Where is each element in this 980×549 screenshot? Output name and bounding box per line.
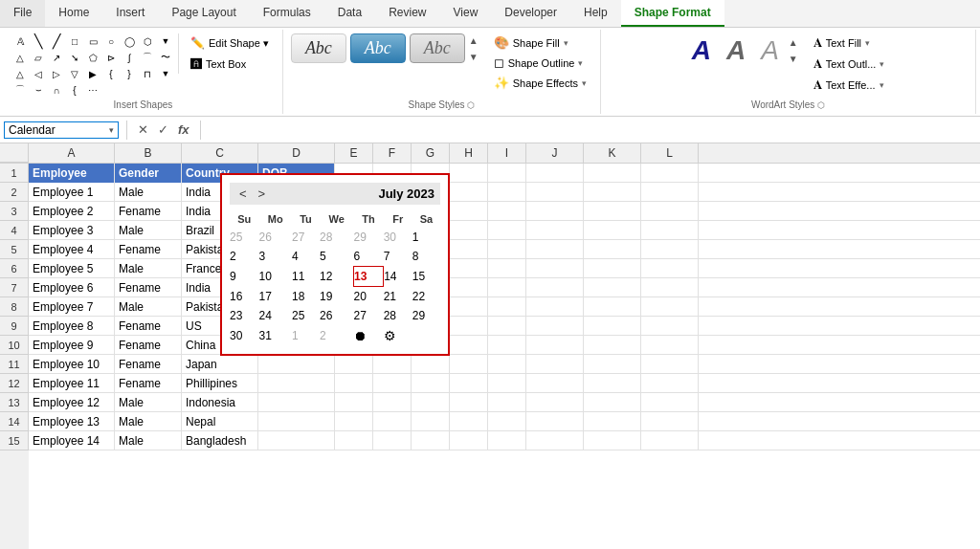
cell-r7col-j[interactable]: [526, 278, 584, 297]
cell-r11col-b[interactable]: Fename: [115, 355, 182, 374]
cell-r14col-e[interactable]: [335, 412, 373, 431]
cell-r6col-l[interactable]: [641, 259, 699, 278]
cell-r11col-d[interactable]: [258, 355, 335, 374]
cell-r15col-c[interactable]: Bangladesh: [182, 431, 258, 450]
row-num-14[interactable]: 14: [0, 412, 29, 431]
calendar-icon-gear[interactable]: ⚙: [384, 325, 412, 346]
cell-r8col-b[interactable]: Male: [115, 297, 182, 317]
calendar-day-29[interactable]: 29: [412, 306, 440, 325]
col-header-f[interactable]: F: [373, 143, 412, 163]
shape-style-btn-2[interactable]: Abc: [350, 33, 406, 63]
shape-fill-button[interactable]: 🎨 Shape Fill ▾: [488, 33, 592, 52]
calendar-day-13[interactable]: 13: [353, 267, 383, 287]
cell-r6col-i[interactable]: [488, 259, 526, 278]
shape-rect-icon[interactable]: □: [66, 33, 83, 49]
shape-pentagon-icon[interactable]: ⬠: [84, 50, 101, 65]
calendar-day-27[interactable]: 27: [353, 306, 383, 325]
cell-r11col-g[interactable]: [412, 355, 450, 374]
formula-cancel-btn[interactable]: ✕: [135, 122, 151, 137]
cell-r6col-j[interactable]: [526, 259, 584, 278]
cell-r8col-a[interactable]: Employee 7: [29, 297, 115, 317]
shape-curve-icon[interactable]: ∫: [121, 50, 138, 65]
cell-r15col-b[interactable]: Male: [115, 431, 182, 450]
cell-r15col-j[interactable]: [526, 431, 584, 450]
calendar-day-14[interactable]: 14: [384, 267, 412, 287]
cell-r9col-a[interactable]: Employee 8: [29, 317, 115, 336]
cell-r7col-l[interactable]: [641, 278, 699, 297]
col-header-k[interactable]: K: [584, 143, 641, 163]
shape-circle2-icon[interactable]: ◯: [121, 33, 138, 49]
cell-r15col-k[interactable]: [584, 431, 641, 450]
cell-r4col-k[interactable]: [584, 221, 641, 240]
shape-arrow-icon[interactable]: ↗: [48, 50, 65, 65]
tab-page-layout[interactable]: Page Layout: [158, 0, 249, 27]
row-num-1[interactable]: 1: [0, 164, 29, 183]
cell-r3col-a[interactable]: Employee 2: [29, 202, 115, 221]
cell-r2col-b[interactable]: Male: [115, 183, 182, 202]
calendar-day-15[interactable]: 15: [412, 267, 440, 287]
cell-r11col-j[interactable]: [526, 355, 584, 374]
calendar-day-5[interactable]: 5: [320, 247, 353, 267]
cell-r6col-b[interactable]: Male: [115, 259, 182, 278]
calendar-day-22[interactable]: 22: [412, 287, 440, 307]
cell-r8col-j[interactable]: [526, 297, 584, 317]
col-header-c[interactable]: C: [182, 143, 258, 163]
shape-r4c3-icon[interactable]: ∩: [48, 82, 65, 98]
row-num-15[interactable]: 15: [0, 431, 29, 450]
cell-r9col-h[interactable]: [450, 317, 488, 336]
calendar-day-4[interactable]: 4: [292, 247, 320, 267]
cell-r15col-f[interactable]: [373, 431, 412, 450]
calendar-day-6[interactable]: 6: [353, 247, 383, 267]
calendar-day-11[interactable]: 11: [292, 267, 320, 287]
col-header-l[interactable]: L: [641, 143, 699, 163]
row-num-6[interactable]: 6: [0, 259, 29, 278]
shape-arrow2-icon[interactable]: ➘: [66, 50, 83, 65]
cell-r8col-i[interactable]: [488, 297, 526, 317]
col-header-h[interactable]: H: [450, 143, 488, 163]
calendar-day-31[interactable]: 31: [259, 325, 293, 346]
cell-r12col-j[interactable]: [526, 374, 584, 393]
shape-effects-button[interactable]: ✨ Shape Effects ▾: [488, 74, 592, 92]
tab-data[interactable]: Data: [324, 0, 375, 27]
col-header-d[interactable]: D: [258, 143, 335, 163]
cell-r14col-b[interactable]: Male: [115, 412, 182, 431]
shape-freeform-icon[interactable]: ⌒: [139, 50, 156, 65]
cell-r15col-a[interactable]: Employee 14: [29, 431, 115, 450]
shape-shapes-icon[interactable]: ⬡: [139, 33, 156, 49]
cell-r4col-b[interactable]: Male: [115, 221, 182, 240]
tab-formulas[interactable]: Formulas: [250, 0, 324, 27]
shape-r3c5-icon[interactable]: ▶: [84, 66, 101, 81]
cell-r15col-g[interactable]: [412, 431, 450, 450]
cell-r11col-a[interactable]: Employee 10: [29, 355, 115, 374]
cell-r9col-k[interactable]: [584, 317, 641, 336]
cell-r11col-f[interactable]: [373, 355, 412, 374]
col-header-e[interactable]: E: [335, 143, 373, 163]
calendar-day-12[interactable]: 12: [320, 267, 353, 287]
cell-r3col-j[interactable]: [526, 202, 584, 221]
shape-line2-icon[interactable]: ╱: [48, 33, 65, 49]
tab-home[interactable]: Home: [45, 0, 102, 27]
header-cell-col-b[interactable]: Gender: [115, 164, 182, 183]
cell-r4col-j[interactable]: [526, 221, 584, 240]
shape-line-icon[interactable]: ╲: [30, 33, 47, 49]
col-header-a[interactable]: A: [29, 143, 115, 163]
shape-r4c4-icon[interactable]: {: [66, 82, 83, 98]
cell-r14col-c[interactable]: Nepal: [182, 412, 258, 431]
cell-r12col-k[interactable]: [584, 374, 641, 393]
cell-r14col-a[interactable]: Employee 13: [29, 412, 115, 431]
calendar-day-24[interactable]: 24: [259, 306, 293, 325]
cell-r12col-c[interactable]: Phillipines: [182, 374, 258, 393]
shape-chevron-icon[interactable]: ⊳: [102, 50, 120, 65]
cell-r13col-d[interactable]: [258, 393, 335, 412]
row-num-7[interactable]: 7: [0, 278, 29, 297]
cell-r3col-k[interactable]: [584, 202, 641, 221]
tab-view[interactable]: View: [440, 0, 492, 27]
cell-r14col-i[interactable]: [488, 412, 526, 431]
col-header-b[interactable]: B: [115, 143, 182, 163]
cell-r4col-i[interactable]: [488, 221, 526, 240]
tab-shape-format[interactable]: Shape Format: [621, 0, 724, 27]
calendar-day-9[interactable]: 9: [230, 267, 259, 287]
cell-r7col-k[interactable]: [584, 278, 641, 297]
cell-r13col-f[interactable]: [373, 393, 412, 412]
wordart-style-3[interactable]: A: [755, 33, 785, 68]
